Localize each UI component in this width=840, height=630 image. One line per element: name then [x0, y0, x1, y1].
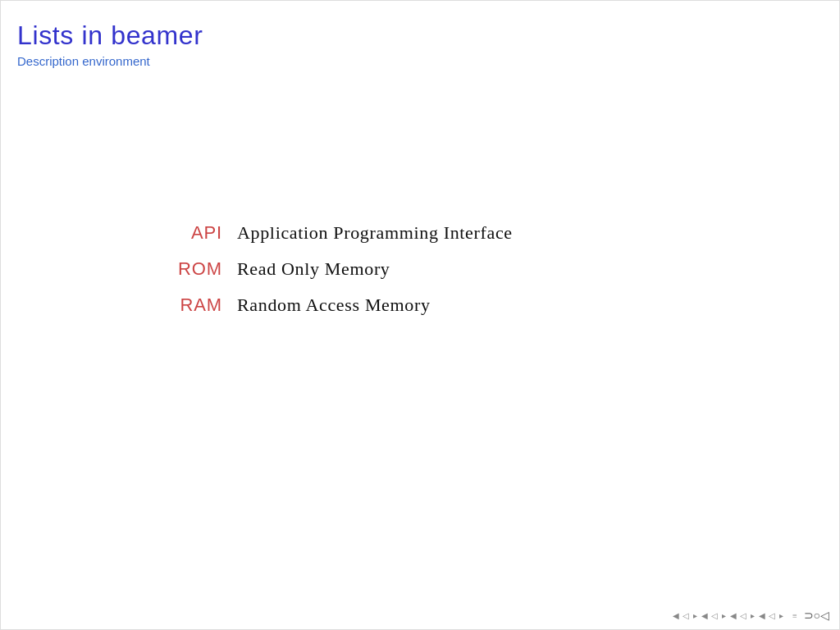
description-definition: Application Programming Interface — [237, 222, 513, 244]
nav-left2-icon[interactable]: ◀ — [701, 611, 708, 620]
nav-left-icon[interactable]: ◁ — [682, 611, 689, 620]
nav-sep4: ▸ — [779, 611, 783, 620]
description-list: APIApplication Programming InterfaceROMR… — [165, 222, 513, 331]
nav-sep2: ▸ — [722, 611, 726, 620]
nav-sep3: ▸ — [751, 611, 755, 620]
nav-down2-icon[interactable]: ◁ — [769, 611, 775, 620]
nav-sep1: ▸ — [693, 611, 697, 620]
navigation-bar[interactable]: ◀ ◁ ▸ ◀ ◁ ▸ ◀ ◁ ▸ ◀ ◁ ▸ ≡ ⊃○◁ — [673, 609, 829, 623]
nav-left3-icon[interactable]: ◁ — [711, 611, 718, 620]
description-item: RAMRandom Access Memory — [165, 294, 513, 316]
nav-up2-icon[interactable]: ◁ — [740, 611, 746, 620]
description-definition: Random Access Memory — [237, 294, 431, 316]
description-item: ROMRead Only Memory — [165, 258, 513, 280]
description-definition: Read Only Memory — [237, 258, 390, 280]
nav-first-icon[interactable]: ◀ — [673, 611, 679, 620]
description-term: ROM — [165, 258, 222, 280]
nav-menu[interactable]: ⊃○◁ — [804, 609, 829, 623]
description-term: RAM — [165, 294, 222, 316]
nav-down-icon[interactable]: ◀ — [759, 611, 765, 620]
slide-subtitle: Description environment — [17, 54, 203, 68]
slide: Lists in beamer Description environment … — [0, 0, 840, 630]
slide-header: Lists in beamer Description environment — [17, 21, 203, 68]
description-term: API — [165, 222, 222, 244]
description-item: APIApplication Programming Interface — [165, 222, 513, 244]
nav-up-icon[interactable]: ◀ — [730, 611, 737, 620]
slide-title: Lists in beamer — [17, 21, 203, 51]
nav-align-icon: ≡ — [792, 611, 797, 620]
